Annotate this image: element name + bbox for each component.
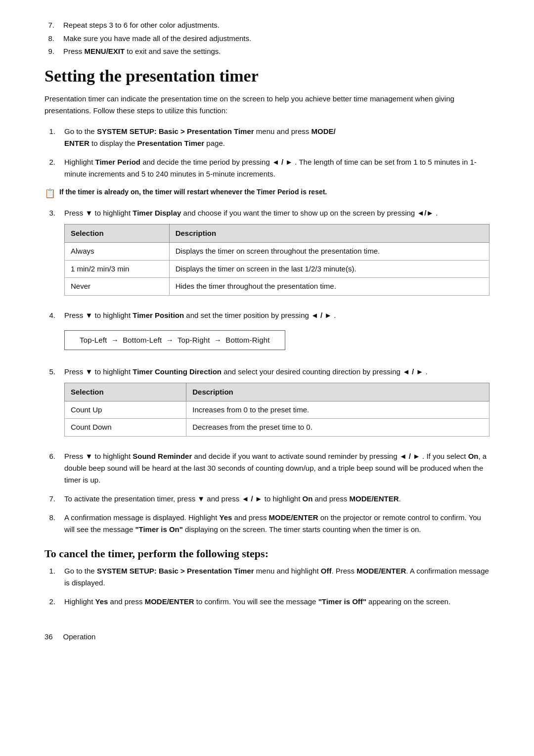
step-2-body: Highlight Timer Period and decide the ti… [64,156,490,180]
step-6: 6. Press ▼ to highlight Sound Reminder a… [44,450,490,486]
cancel-step-2-num: 2. [44,596,55,608]
table2-cell-countdown-sel: Count Down [65,419,186,437]
step-7-num: 7. [44,493,55,505]
table2-row-countdown: Count Down Decreases from the preset tim… [65,419,490,437]
table2-header-description: Description [186,383,490,401]
cancel-step-2: 2. Highlight Yes and press MODE/ENTER to… [44,596,490,608]
step-4: 4. Press ▼ to highlight Timer Position a… [44,310,490,359]
direction-box: Top-Left → Bottom-Left → Top-Right → Bot… [64,330,285,350]
step-1-body: Go to the SYSTEM SETUP: Basic > Presenta… [64,126,490,149]
note-box: 📋 If the timer is already on, the timer … [44,187,490,200]
intro-step-8: 8. Make sure you have made all of the de… [44,33,490,44]
intro-step-8-text: Make sure you have made all of the desir… [63,33,251,44]
intro-step-7: 7. Repeat steps 3 to 6 for other color a… [44,20,490,31]
cancel-step-1: 1. Go to the SYSTEM SETUP: Basic > Prese… [44,565,490,589]
steps-list: 1. Go to the SYSTEM SETUP: Basic > Prese… [44,126,490,535]
cancel-step-1-body: Go to the SYSTEM SETUP: Basic > Presenta… [64,565,490,589]
intro-step-7-num: 7. [44,20,54,31]
table1-row-1min: 1 min/2 min/3 min Displays the timer on … [65,260,490,278]
step-7-body: To activate the presentation timer, pres… [64,493,490,505]
footer: 36 Operation [44,632,490,641]
arrow1: → [111,336,119,344]
step-8-body: A confirmation message is displayed. Hig… [64,512,490,535]
step-3: 3. Press ▼ to highlight Timer Display an… [44,207,490,303]
cancel-steps-list: 1. Go to the SYSTEM SETUP: Basic > Prese… [44,565,490,608]
table1-cell-always-desc: Displays the timer on screen throughout … [169,243,489,261]
cancel-step-1-num: 1. [44,565,55,589]
table1-cell-never-sel: Never [65,278,170,296]
table2-row-countup: Count Up Increases from 0 to the preset … [65,401,490,419]
page-number: 36 [44,632,53,641]
intro-step-9: 9. Press MENU/EXIT to exit and save the … [44,46,490,57]
table2-cell-countup-sel: Count Up [65,401,186,419]
table2-header-selection: Selection [65,383,186,401]
table1-header-selection: Selection [65,224,170,243]
note-item: 📋 If the timer is already on, the timer … [44,187,490,200]
step-5: 5. Press ▼ to highlight Timer Counting D… [44,366,490,444]
table2-cell-countdown-desc: Decreases from the preset time to 0. [186,419,490,437]
step-1-num: 1. [44,126,55,149]
step-6-body: Press ▼ to highlight Sound Reminder and … [64,450,490,486]
footer-section: Operation [63,632,96,641]
step-2-num: 2. [44,156,55,180]
step-8-num: 8. [44,512,55,535]
table1-cell-1min-sel: 1 min/2 min/3 min [65,260,170,278]
step-8: 8. A confirmation message is displayed. … [44,512,490,535]
step-5-body: Press ▼ to highlight Timer Counting Dire… [64,366,490,444]
intro-step-8-num: 8. [44,33,54,44]
table1-header-description: Description [169,224,489,243]
table1-row-always: Always Displays the timer on screen thro… [65,243,490,261]
step-1: 1. Go to the SYSTEM SETUP: Basic > Prese… [44,126,490,149]
intro-paragraph: Presentation timer can indicate the pres… [44,93,490,117]
intro-step-9-text: Press MENU/EXIT to exit and save the set… [63,46,221,57]
step-3-body: Press ▼ to highlight Timer Display and c… [64,207,490,303]
intro-steps-list: 7. Repeat steps 3 to 6 for other color a… [44,20,490,57]
arrow2: → [166,336,174,344]
table1-cell-1min-desc: Displays the timer on screen in the last… [169,260,489,278]
table2-cell-countup-desc: Increases from 0 to the preset time. [186,401,490,419]
note-icon: 📋 [44,187,55,200]
arrow3: → [214,336,222,344]
timer-counting-table: Selection Description Count Up Increases… [64,383,490,437]
note-text: If the timer is already on, the timer wi… [59,187,327,197]
step-6-num: 6. [44,450,55,486]
intro-step-7-text: Repeat steps 3 to 6 for other color adju… [63,20,220,31]
table1-cell-never-desc: Hides the timer throughout the presentat… [169,278,489,296]
step-5-num: 5. [44,366,55,444]
step-2: 2. Highlight Timer Period and decide the… [44,156,490,180]
step-4-body: Press ▼ to highlight Timer Position and … [64,310,490,359]
step-3-num: 3. [44,207,55,303]
table1-row-never: Never Hides the timer throughout the pre… [65,278,490,296]
timer-display-table: Selection Description Always Displays th… [64,224,490,296]
cancel-step-2-body: Highlight Yes and press MODE/ENTER to co… [64,596,490,608]
section-title: Setting the presentation timer [44,66,490,87]
table1-cell-always-sel: Always [65,243,170,261]
cancel-title: To cancel the timer, perform the followi… [44,547,490,560]
step-7: 7. To activate the presentation timer, p… [44,493,490,505]
step-4-num: 4. [44,310,55,359]
intro-step-9-num: 9. [44,46,54,57]
